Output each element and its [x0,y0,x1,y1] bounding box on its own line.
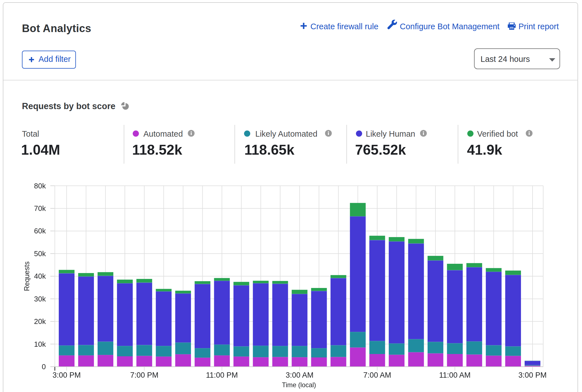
svg-text:3:00 PM: 3:00 PM [53,371,81,379]
svg-text:20k: 20k [34,317,46,326]
svg-text:7:00 PM: 7:00 PM [130,371,159,379]
svg-text:0: 0 [42,362,46,371]
svg-text:10k: 10k [34,340,46,348]
svg-text:30k: 30k [34,295,46,303]
svg-text:3:00 AM: 3:00 AM [286,371,313,379]
svg-text:50k: 50k [34,249,46,258]
svg-text:70k: 70k [34,204,46,213]
svg-text:11:00 AM: 11:00 AM [439,371,471,379]
svg-text:60k: 60k [34,227,46,235]
svg-text:80k: 80k [34,182,46,190]
svg-text:Time (local): Time (local) [282,381,316,389]
svg-text:3:00 PM: 3:00 PM [518,371,547,379]
svg-text:7:00 AM: 7:00 AM [363,371,391,379]
svg-text:40k: 40k [34,272,46,280]
svg-text:11:00 PM: 11:00 PM [206,371,238,379]
svg-text:Requests: Requests [23,261,31,291]
